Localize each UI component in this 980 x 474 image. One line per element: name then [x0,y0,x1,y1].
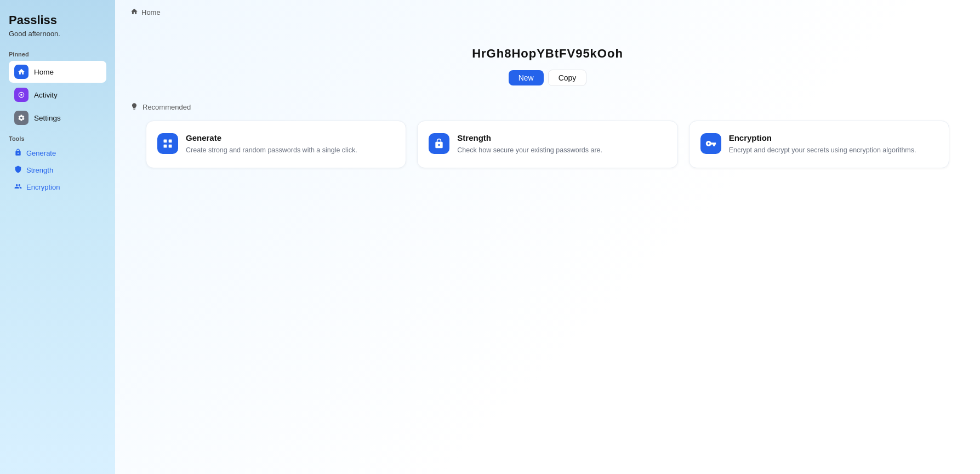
encryption-tool-icon [14,182,22,192]
copy-password-button[interactable]: Copy [548,70,587,86]
sidebar-item-strength[interactable]: Strength [9,162,106,178]
sidebar-home-label: Home [34,68,54,76]
encryption-card-title: Encryption [729,133,916,142]
strength-card-icon [429,133,449,154]
generate-card-desc: Create strong and random passwords with … [186,145,357,156]
sidebar-strength-label: Strength [26,166,53,174]
sidebar-generate-label: Generate [26,149,56,157]
svg-point-1 [20,94,22,96]
generate-tool-icon [14,149,22,158]
home-icon [14,65,29,79]
strength-card[interactable]: Strength Check how secure your existing … [417,121,677,168]
svg-rect-4 [164,145,167,148]
recommended-section: Recommended Generate Create strong and r… [115,97,980,179]
sidebar-item-generate[interactable]: Generate [9,145,106,161]
cards-grid: Generate Create strong and random passwo… [130,121,965,168]
breadcrumb: Home [130,8,161,17]
top-bar: Home [115,0,980,25]
generate-card-content: Generate Create strong and random passwo… [186,133,357,156]
recommended-label: Recommended [143,103,191,111]
strength-card-desc: Check how secure your existing passwords… [457,145,602,156]
encryption-card-content: Encryption Encrypt and decrypt your secr… [729,133,916,156]
generate-card[interactable]: Generate Create strong and random passwo… [146,121,406,168]
svg-rect-3 [169,140,172,143]
recommended-header: Recommended [130,102,965,112]
sidebar-item-settings[interactable]: Settings [9,107,106,129]
greeting: Good afternoon. [9,30,106,38]
sidebar-item-activity[interactable]: Activity [9,84,106,106]
breadcrumb-home-icon [130,8,138,17]
new-password-button[interactable]: New [509,70,544,85]
sidebar-item-home[interactable]: Home [9,61,106,83]
activity-icon [14,88,29,102]
app-title: Passliss [9,13,106,27]
sidebar-encryption-label: Encryption [26,183,60,191]
generate-card-title: Generate [186,133,357,142]
generate-card-icon [157,133,178,154]
tools-label: Tools [9,135,106,142]
password-actions: New Copy [509,70,587,86]
encryption-card-icon [700,133,721,154]
recommended-icon [130,102,138,112]
sidebar-settings-label: Settings [34,114,61,122]
breadcrumb-label: Home [141,8,161,16]
strength-tool-icon [14,165,22,175]
sidebar-activity-label: Activity [34,91,58,99]
sidebar-item-encryption[interactable]: Encryption [9,179,106,195]
svg-rect-5 [169,145,172,148]
password-section: HrGh8HopYBtFV95kOoh New Copy [115,25,980,97]
sidebar: Passliss Good afternoon. Pinned Home Act… [0,0,115,474]
encryption-card-desc: Encrypt and decrypt your secrets using e… [729,145,916,156]
password-display: HrGh8HopYBtFV95kOoh [472,47,623,61]
strength-card-content: Strength Check how secure your existing … [457,133,602,156]
encryption-card[interactable]: Encryption Encrypt and decrypt your secr… [689,121,949,168]
svg-rect-2 [164,140,167,143]
settings-icon [14,111,29,125]
pinned-label: Pinned [9,51,106,58]
main-content: Home HrGh8HopYBtFV95kOoh New Copy Recomm… [115,0,980,474]
strength-card-title: Strength [457,133,602,142]
